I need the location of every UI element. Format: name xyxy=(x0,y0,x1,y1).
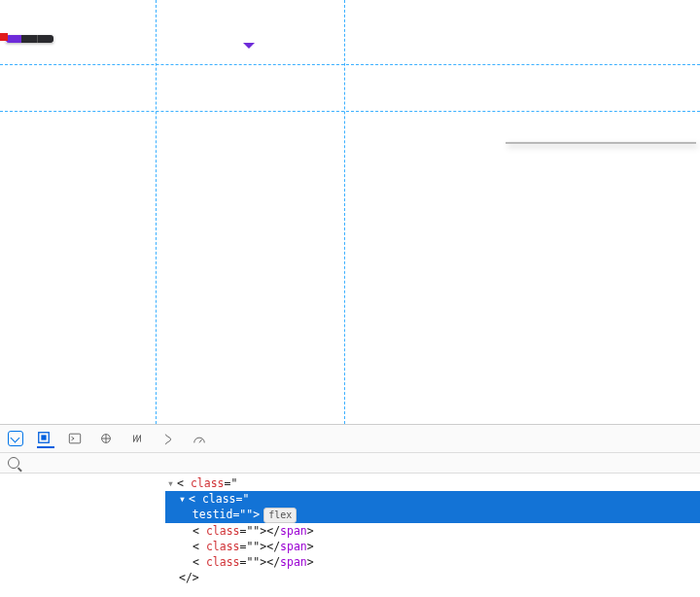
debugger-icon xyxy=(99,432,113,445)
performance-icon xyxy=(192,432,206,445)
console-icon xyxy=(68,432,82,445)
tab-style-editor[interactable] xyxy=(161,430,179,447)
tooltip-flex-badge xyxy=(37,35,53,43)
tab-performance[interactable] xyxy=(192,430,210,447)
devtools-search-row xyxy=(0,453,700,474)
tab-console[interactable] xyxy=(68,430,86,447)
dom-tree[interactable]: ▾< class=" ▾< class=" testid="">flex < c… xyxy=(0,474,700,588)
svg-rect-2 xyxy=(69,434,80,443)
tab-debugger[interactable] xyxy=(99,430,117,447)
devtools-tab-bar xyxy=(0,425,700,453)
price-chart[interactable] xyxy=(131,146,676,360)
dom-row[interactable]: < class=""></span> xyxy=(165,539,700,554)
network-icon xyxy=(130,432,144,445)
dom-row-selected-2[interactable]: testid="">flex xyxy=(165,507,700,523)
search-icon xyxy=(8,457,19,469)
inspector-guide-bottom xyxy=(0,111,700,112)
dom-row[interactable]: ▾< class=" xyxy=(165,475,700,491)
dom-row[interactable]: < class=""></span> xyxy=(165,554,700,570)
dom-row[interactable]: < class=""></span> xyxy=(165,523,700,539)
inspector-guide-top xyxy=(0,64,700,65)
coinbase-header xyxy=(0,0,700,33)
inspector-icon xyxy=(37,431,51,444)
style-editor-icon xyxy=(161,432,175,445)
dom-row[interactable]: ▸< class=""> xyxy=(165,586,700,588)
tooltip-dimensions xyxy=(21,35,37,43)
context-menu[interactable] xyxy=(506,142,696,144)
asset-price-row xyxy=(156,64,175,68)
flex-badge[interactable]: flex xyxy=(263,508,297,523)
tab-inspector[interactable] xyxy=(37,429,54,448)
inspector-element-tooltip xyxy=(6,35,53,43)
pick-element-icon[interactable] xyxy=(8,431,23,446)
dom-row[interactable]: </> xyxy=(165,570,700,585)
tooltip-selector xyxy=(6,35,21,43)
devtools-panel: ▾< class=" ▾< class=" testid="">flex < c… xyxy=(0,424,700,588)
tab-network[interactable] xyxy=(130,430,148,447)
svg-rect-1 xyxy=(41,435,46,439)
dom-row-selected[interactable]: ▾< class=" xyxy=(165,491,700,507)
